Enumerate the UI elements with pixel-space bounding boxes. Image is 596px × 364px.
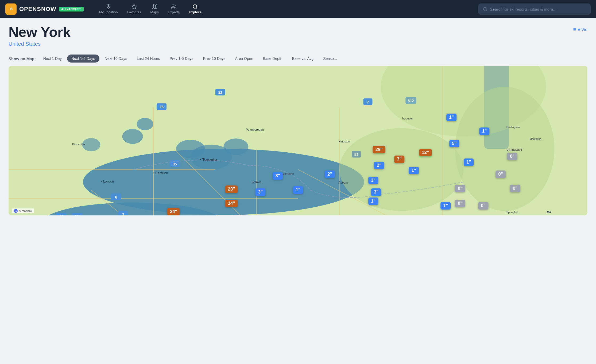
map-attribution: m © mapbox bbox=[12, 208, 34, 213]
svg-text:7: 7 bbox=[367, 100, 369, 104]
nav-item-explore[interactable]: Explore bbox=[185, 2, 205, 16]
snow-marker-22[interactable]: 0" bbox=[455, 185, 465, 192]
nav-item-maps[interactable]: Maps bbox=[146, 2, 162, 16]
filter-base-depth[interactable]: Base Depth bbox=[258, 55, 287, 63]
svg-text:21: 21 bbox=[59, 215, 64, 216]
snow-marker-25[interactable]: 1" bbox=[441, 202, 451, 210]
filter-season[interactable]: Seaso... bbox=[319, 55, 341, 63]
svg-point-19 bbox=[137, 118, 153, 130]
mapbox-text: © mapbox bbox=[19, 209, 32, 212]
map-container[interactable]: 81 88 90 6 3 21 402 26 35 12 bbox=[9, 66, 587, 215]
svg-point-18 bbox=[122, 129, 143, 144]
svg-text:m: m bbox=[15, 210, 17, 212]
map-icon bbox=[152, 4, 157, 9]
snow-marker-9[interactable]: 1" bbox=[464, 158, 474, 166]
svg-point-16 bbox=[224, 138, 249, 155]
filter-last-24-hours[interactable]: Last 24 Hours bbox=[133, 55, 164, 63]
svg-text:35: 35 bbox=[173, 162, 177, 166]
snow-marker-13[interactable]: 3" bbox=[368, 177, 378, 184]
svg-marker-3 bbox=[152, 5, 157, 9]
snow-marker-15[interactable]: 1" bbox=[368, 198, 378, 205]
search-input[interactable] bbox=[490, 7, 586, 11]
snow-marker-14[interactable]: 3" bbox=[371, 188, 381, 196]
logo-area: ❄ OPENSNOW ALL-ACCESS bbox=[5, 3, 84, 15]
page-header: New York United States ≡ ≡ Vie bbox=[0, 18, 596, 51]
svg-text:26: 26 bbox=[160, 105, 164, 109]
filter-prev-10-days[interactable]: Prev 10 Days bbox=[199, 55, 230, 63]
map-background: 81 88 90 6 3 21 402 26 35 12 bbox=[9, 66, 587, 215]
snow-marker-26[interactable]: 0" bbox=[478, 202, 488, 210]
snow-marker-12[interactable]: 2" bbox=[325, 171, 335, 178]
search-bar[interactable] bbox=[478, 3, 591, 15]
filter-next-1-5-days[interactable]: Next 1-5 Days bbox=[67, 55, 99, 63]
filter-prev-1-5-days[interactable]: Prev 1-5 Days bbox=[165, 55, 198, 63]
snow-marker-3[interactable]: 5" bbox=[449, 140, 459, 147]
snow-marker-16[interactable]: 1" bbox=[293, 186, 303, 194]
page-title: New York bbox=[9, 25, 71, 40]
filter-next-10-days[interactable]: Next 10 Days bbox=[100, 55, 131, 63]
page-subtitle: United States bbox=[9, 41, 71, 47]
all-access-badge: ALL-ACCESS bbox=[59, 7, 84, 11]
search-bar-icon bbox=[483, 7, 487, 11]
snow-marker-6[interactable]: 7" bbox=[394, 156, 404, 163]
snow-marker-19[interactable]: 23" bbox=[225, 185, 238, 193]
location-icon bbox=[106, 4, 111, 9]
snow-marker-1[interactable]: 1" bbox=[446, 114, 456, 121]
snow-marker-2[interactable]: 1" bbox=[479, 127, 490, 135]
nav-label-my-location: My Location bbox=[99, 10, 118, 14]
star-icon bbox=[131, 4, 137, 9]
snow-marker-5[interactable]: 29" bbox=[373, 146, 385, 153]
logo-text: OPENSNOW bbox=[19, 6, 56, 13]
view-link[interactable]: ≡ Vie bbox=[578, 27, 587, 32]
snow-marker-24[interactable]: 0" bbox=[455, 200, 465, 207]
svg-text:3: 3 bbox=[122, 212, 124, 215]
snow-marker-11[interactable]: 0" bbox=[496, 171, 506, 178]
svg-point-6 bbox=[172, 5, 174, 7]
svg-point-56 bbox=[339, 128, 463, 211]
filter-area-open[interactable]: Area Open bbox=[231, 55, 258, 63]
nav-item-favorites[interactable]: Favorites bbox=[123, 2, 145, 16]
nav-item-my-location[interactable]: My Location bbox=[95, 2, 122, 16]
snow-marker-10[interactable]: 0" bbox=[507, 153, 517, 160]
svg-text:12: 12 bbox=[218, 90, 222, 95]
filter-next-1-day[interactable]: Next 1 Day bbox=[39, 55, 66, 63]
svg-line-8 bbox=[196, 8, 197, 9]
snow-marker-21[interactable]: 24" bbox=[167, 208, 180, 215]
filter-base-vs-avg[interactable]: Base vs. Avg bbox=[288, 55, 318, 63]
app-header: ❄ OPENSNOW ALL-ACCESS My Location Favori… bbox=[0, 0, 596, 18]
mapbox-logo-icon: m bbox=[14, 209, 18, 213]
snow-marker-4[interactable]: 12" bbox=[419, 149, 432, 156]
filter-bar-label: Show on Map: bbox=[9, 56, 36, 61]
logo-icon: ❄ bbox=[5, 3, 17, 15]
nav-item-experts[interactable]: Experts bbox=[164, 2, 183, 16]
svg-line-10 bbox=[486, 10, 487, 11]
nav-label-favorites: Favorites bbox=[127, 10, 141, 14]
svg-point-9 bbox=[483, 7, 486, 10]
nav-label-explore: Explore bbox=[189, 10, 202, 14]
snow-marker-18[interactable]: 3" bbox=[255, 188, 265, 196]
nav-label-maps: Maps bbox=[150, 10, 159, 14]
svg-point-7 bbox=[193, 5, 196, 8]
nav-label-experts: Experts bbox=[168, 10, 180, 14]
person-icon bbox=[171, 4, 176, 9]
snow-marker-20[interactable]: 14" bbox=[225, 200, 238, 207]
filter-bar: Show on Map: Next 1 Day Next 1-5 Days Ne… bbox=[0, 51, 596, 66]
snow-marker-17[interactable]: 3" bbox=[273, 172, 283, 180]
snow-marker-7[interactable]: 2" bbox=[374, 162, 384, 169]
main-nav: My Location Favorites Maps bbox=[95, 2, 205, 16]
search-icon bbox=[192, 4, 198, 9]
svg-text:402: 402 bbox=[74, 215, 80, 216]
svg-marker-2 bbox=[132, 5, 136, 9]
snow-marker-8[interactable]: 1" bbox=[409, 167, 419, 174]
snow-marker-23[interactable]: 0" bbox=[510, 185, 520, 192]
svg-point-20 bbox=[82, 138, 100, 152]
svg-text:❄: ❄ bbox=[9, 7, 13, 11]
svg-text:6: 6 bbox=[115, 195, 117, 199]
